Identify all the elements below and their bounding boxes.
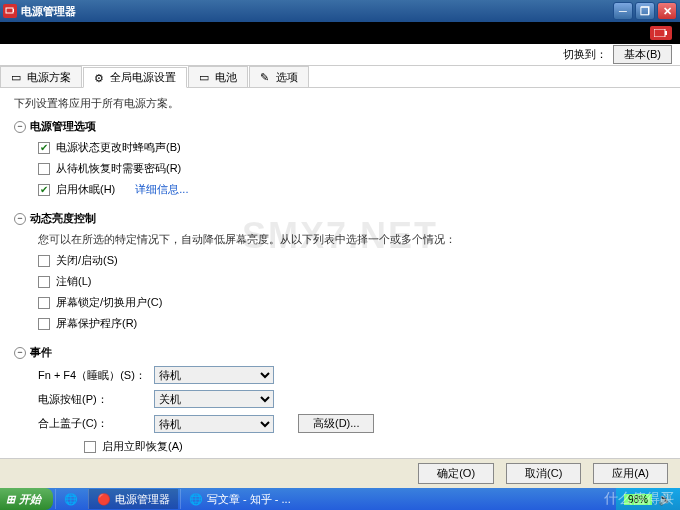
label-fn-f4: Fn + F4（睡眠）(S)： (38, 368, 148, 383)
section-toggle-events[interactable]: −事件 (14, 345, 666, 360)
tab-bar: ▭电源方案 ⚙全局电源设置 ▭电池 ✎选项 (0, 66, 680, 88)
details-link[interactable]: 详细信息... (135, 182, 188, 197)
checkbox-lock[interactable] (38, 297, 50, 309)
switch-row: 切换到： 基本(B) (0, 44, 680, 66)
ok-button[interactable]: 确定(O) (418, 463, 494, 484)
select-lid[interactable]: 待机 (154, 415, 274, 433)
close-button[interactable]: ✕ (657, 2, 677, 20)
label-power-btn: 电源按钮(P)： (38, 392, 148, 407)
app-icon (3, 4, 17, 18)
checkbox-screensaver[interactable] (38, 318, 50, 330)
select-fn-f4[interactable]: 待机 (154, 366, 274, 384)
collapse-icon: − (14, 121, 26, 133)
switch-label: 切换到： (563, 47, 607, 62)
tab-battery[interactable]: ▭电池 (188, 66, 248, 87)
plan-icon: ▭ (11, 71, 23, 83)
checkbox-logoff[interactable] (38, 276, 50, 288)
advanced-button[interactable]: 高级(D)... (298, 414, 374, 433)
battery-icon (650, 26, 672, 40)
minimize-button[interactable]: ─ (613, 2, 633, 20)
switch-basic-button[interactable]: 基本(B) (613, 45, 672, 64)
start-button[interactable]: ⊞开始 (0, 488, 53, 510)
section-brightness: −动态亮度控制 您可以在所选的特定情况下，自动降低屏幕亮度。从以下列表中选择一个… (14, 211, 666, 331)
checkbox-hibernate[interactable]: ✔ (38, 184, 50, 196)
gear-icon: ⚙ (94, 72, 106, 84)
tab-options[interactable]: ✎选项 (249, 66, 309, 87)
collapse-icon: − (14, 347, 26, 359)
maximize-button[interactable]: ❐ (635, 2, 655, 20)
apply-button[interactable]: 应用(A) (593, 463, 668, 484)
tab-global-settings[interactable]: ⚙全局电源设置 (83, 67, 187, 88)
collapse-icon: − (14, 213, 26, 225)
svg-rect-0 (6, 8, 13, 13)
tab-power-plan[interactable]: ▭电源方案 (0, 66, 82, 87)
battery-tab-icon: ▭ (199, 71, 211, 83)
content-area: SMX7.NET 下列设置将应用于所有电源方案。 −电源管理选项 ✔电源状态更改… (0, 88, 680, 458)
dialog-footer: 确定(O) 取消(C) 应用(A) (0, 458, 680, 488)
checkbox-shutdown[interactable] (38, 255, 50, 267)
checkbox-beep[interactable]: ✔ (38, 142, 50, 154)
windows-icon: ⊞ (6, 493, 15, 506)
window-titlebar: 电源管理器 ─ ❐ ✕ (0, 0, 680, 22)
label-lid: 合上盖子(C)： (38, 416, 148, 431)
svg-rect-2 (654, 29, 665, 37)
system-tray[interactable]: 98% 🔊 (616, 488, 680, 510)
battery-percent: 98% (624, 494, 652, 505)
section-power-options: −电源管理选项 ✔电源状态更改时蜂鸣声(B) 从待机恢复时需要密码(R) ✔启用… (14, 119, 666, 197)
app-icon-small: 🔴 (97, 493, 111, 506)
taskbar: ⊞开始 🌐 🔴电源管理器 🌐写文章 - 知乎 - ... 98% 🔊 什么值得买 (0, 488, 680, 510)
taskbar-item-power[interactable]: 🔴电源管理器 (88, 489, 178, 509)
select-power-btn[interactable]: 关机 (154, 390, 274, 408)
svg-rect-1 (13, 9, 14, 12)
checkbox-password[interactable] (38, 163, 50, 175)
brand-bar (0, 22, 680, 44)
description: 下列设置将应用于所有电源方案。 (14, 96, 666, 111)
taskbar-item-zhihu[interactable]: 🌐写文章 - 知乎 - ... (180, 489, 299, 509)
section-toggle-brightness[interactable]: −动态亮度控制 (14, 211, 666, 226)
tray-icons: 🔊 (658, 493, 672, 506)
section-events: −事件 Fn + F4（睡眠）(S)：待机 电源按钮(P)：关机 合上盖子(C)… (14, 345, 666, 454)
checkbox-instant-resume[interactable] (84, 441, 96, 453)
options-icon: ✎ (260, 71, 272, 83)
quicklaunch[interactable]: 🌐 (55, 489, 86, 509)
section-toggle-power[interactable]: −电源管理选项 (14, 119, 666, 134)
window-title: 电源管理器 (21, 4, 613, 19)
svg-rect-3 (665, 31, 667, 35)
browser-icon: 🌐 (189, 493, 203, 506)
cancel-button[interactable]: 取消(C) (506, 463, 581, 484)
brightness-desc: 您可以在所选的特定情况下，自动降低屏幕亮度。从以下列表中选择一个或多个情况： (38, 232, 666, 247)
